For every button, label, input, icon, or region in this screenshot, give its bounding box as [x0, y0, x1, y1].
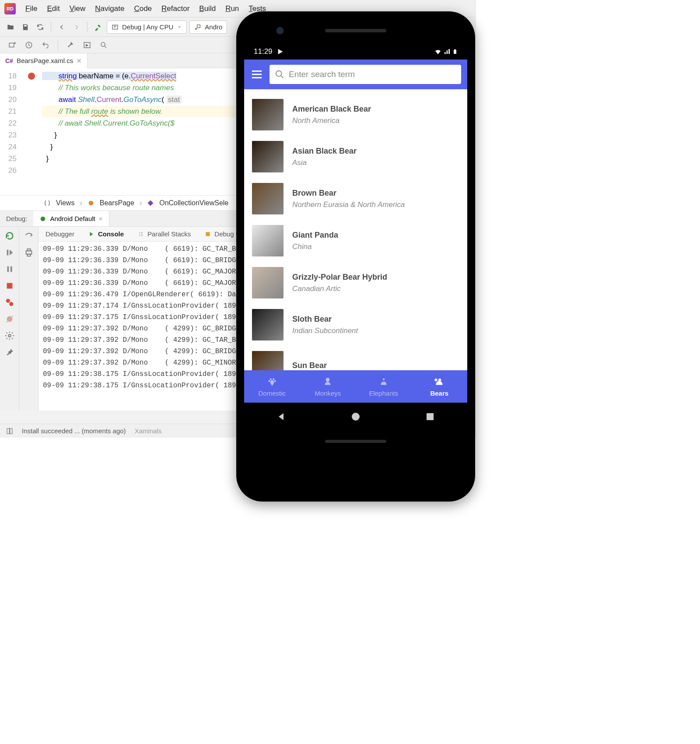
stop-icon[interactable]	[5, 281, 14, 291]
bear-name: Brown Bear	[292, 189, 405, 198]
debug-tab-console[interactable]: Console	[81, 227, 131, 241]
svg-point-27	[273, 378, 274, 380]
svg-rect-22	[10, 428, 12, 434]
bear-location: China	[292, 242, 338, 251]
speaker-grille	[325, 440, 386, 443]
file-tab-name: BearsPage.xaml.cs	[17, 57, 73, 64]
run-in-window-icon[interactable]	[81, 39, 93, 51]
history-icon[interactable]	[23, 39, 35, 51]
svg-point-5	[101, 42, 105, 46]
debug-tab-debugger[interactable]: Debugger	[38, 227, 81, 241]
class-icon	[88, 200, 94, 207]
bear-location: Canadian Artic	[292, 284, 387, 293]
close-icon[interactable]: ×	[99, 215, 103, 222]
bear-thumbnail	[252, 141, 284, 172]
line-gutter: 181920212223242526	[0, 68, 21, 195]
search-icon[interactable]	[98, 39, 110, 51]
bear-thumbnail	[252, 225, 284, 256]
search-input[interactable]: Enter search term	[270, 65, 461, 84]
breadcrumb-item[interactable]: OnCollectionViewSele	[159, 199, 228, 207]
signal-icon	[444, 48, 451, 55]
forward-icon[interactable]	[70, 21, 83, 33]
bear-thumbnail	[252, 183, 284, 214]
debug-tab-parallel-stacks[interactable]: Parallel Stacks	[131, 227, 198, 241]
android-icon	[39, 215, 46, 222]
menu-code[interactable]: Code	[134, 4, 152, 13]
print-icon[interactable]	[24, 248, 34, 257]
breadcrumb-item[interactable]: Views	[56, 199, 74, 207]
refresh-icon[interactable]	[34, 21, 46, 33]
rider-logo-icon: RD	[4, 3, 16, 14]
hamburger-icon[interactable]	[250, 68, 263, 81]
phone-top-bezel	[244, 19, 467, 44]
bear-thumbnail	[252, 267, 284, 298]
debug-session-tab[interactable]: Android Default ×	[33, 211, 109, 226]
bear-name: Sloth Bear	[292, 315, 358, 324]
tab-elephants[interactable]: Elephants	[356, 370, 412, 403]
search-icon	[275, 70, 284, 79]
menu-edit[interactable]: Edit	[47, 4, 60, 13]
menu-navigate[interactable]: Navigate	[95, 4, 124, 13]
debug-step-toolbar	[19, 227, 38, 411]
svg-rect-23	[454, 50, 456, 54]
svg-rect-2	[9, 43, 14, 47]
bear-location: Northern Eurasia & North America	[292, 200, 405, 209]
wrench-icon[interactable]	[64, 39, 77, 51]
pin-icon[interactable]	[5, 347, 14, 357]
svg-rect-9	[7, 250, 8, 256]
rerun-icon[interactable]	[5, 231, 14, 241]
breadcrumb-item[interactable]: BearsPage	[100, 199, 134, 207]
pause-icon[interactable]	[5, 264, 14, 274]
menu-refactor[interactable]: Refactor	[161, 4, 189, 13]
file-tab[interactable]: C# BearsPage.xaml.cs ✕	[0, 53, 88, 68]
svg-point-14	[9, 302, 13, 306]
settings-icon[interactable]	[5, 331, 14, 340]
svg-point-30	[352, 413, 360, 421]
tab-domestic[interactable]: Domestic	[244, 370, 300, 403]
camera-icon	[276, 27, 284, 34]
svg-rect-24	[455, 49, 456, 50]
target-dropdown[interactable]: Andro	[189, 21, 227, 34]
list-item[interactable]: Sun Bear	[252, 346, 459, 370]
menu-run[interactable]: Run	[225, 4, 239, 13]
status-message: Install succeeded ... (moments ago)	[22, 427, 126, 435]
list-item[interactable]: Brown BearNorthern Eurasia & North Ameri…	[252, 178, 459, 220]
view-breakpoints-icon[interactable]	[5, 298, 14, 307]
configuration-dropdown[interactable]: Debug | Any CPU	[107, 21, 187, 34]
home-nav-icon[interactable]	[350, 411, 361, 422]
phone-frame: 11:29 Enter search term American Black B…	[236, 11, 475, 502]
add-tab-icon[interactable]	[6, 39, 18, 51]
debug-left-toolbar	[0, 227, 19, 411]
window-icon[interactable]	[6, 428, 13, 435]
list-item[interactable]: Grizzly-Polar Bear HybridCanadian Artic	[252, 262, 459, 304]
bear-list[interactable]: American Black BearNorth AmericaAsian Bl…	[244, 89, 467, 370]
mute-breakpoints-icon[interactable]	[5, 314, 14, 324]
list-item[interactable]: Sloth BearIndian Subcontinent	[252, 304, 459, 346]
list-item[interactable]: American Black BearNorth America	[252, 94, 459, 136]
menu-view[interactable]: View	[70, 4, 86, 13]
tab-monkeys[interactable]: Monkeys	[300, 370, 356, 403]
bear-location: Indian Subcontinent	[292, 326, 358, 335]
menu-build[interactable]: Build	[199, 4, 216, 13]
list-item[interactable]: Giant PandaChina	[252, 220, 459, 262]
bear-location: Asia	[292, 158, 357, 167]
resume-icon[interactable]	[5, 248, 14, 257]
open-folder-icon[interactable]	[4, 21, 17, 33]
step-over-icon[interactable]	[24, 231, 34, 241]
save-icon[interactable]	[19, 21, 32, 33]
svg-point-6	[88, 201, 93, 206]
tab-bears[interactable]: Bears	[412, 370, 468, 403]
svg-point-1	[195, 28, 197, 30]
close-icon[interactable]: ✕	[77, 57, 82, 64]
back-icon[interactable]	[56, 21, 68, 33]
menu-file[interactable]: File	[25, 4, 37, 13]
undo-icon[interactable]	[39, 39, 52, 51]
build-hammer-icon[interactable]	[92, 21, 104, 33]
battery-icon	[452, 48, 458, 56]
recent-nav-icon[interactable]	[425, 411, 435, 422]
list-item[interactable]: Asian Black BearAsia	[252, 136, 459, 178]
bear-name: Sun Bear	[292, 361, 327, 370]
back-nav-icon[interactable]	[276, 411, 287, 422]
svg-rect-10	[7, 267, 9, 272]
status-time: 11:29	[254, 47, 273, 56]
